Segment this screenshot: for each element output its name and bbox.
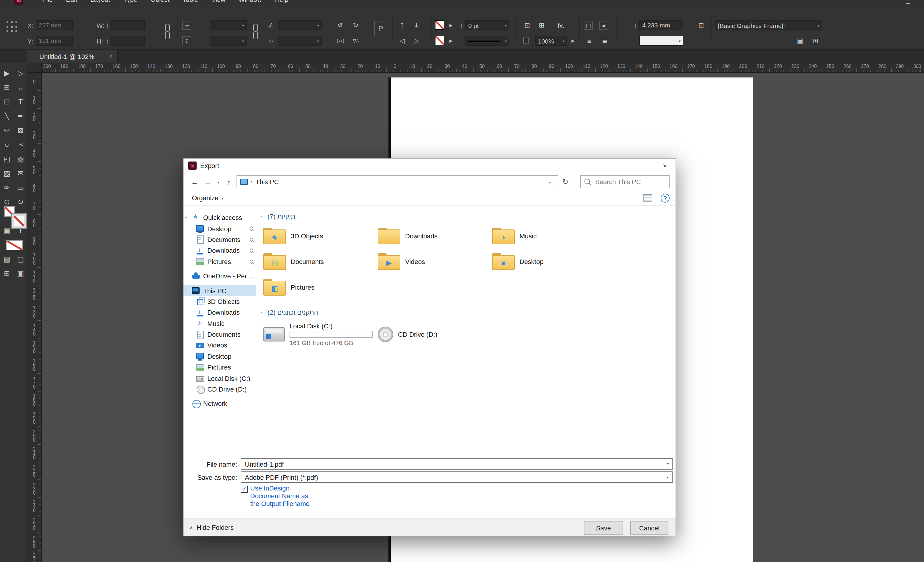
refresh-button[interactable]: ↻ (558, 175, 573, 188)
dialog-title-bar[interactable]: Id Export × (183, 159, 676, 173)
Desktop[interactable]: ▣ Desktop (490, 248, 604, 274)
screen-mode-icon[interactable]: ▣ (15, 267, 27, 279)
folders-group-header[interactable]: › תיקיות (7) (261, 211, 674, 222)
Documents[interactable]: › Documents (183, 234, 256, 245)
flip-vertical-pair-icon[interactable]: ▽△ (350, 36, 361, 46)
note-tool[interactable]: ✉ (15, 167, 27, 179)
Documents[interactable]: ▤ Documents (261, 248, 375, 274)
use-indesign-name-label[interactable]: Use InDesignDocument Name asthe Output F… (250, 484, 309, 508)
3D Objects[interactable]: › 3D Objects (183, 296, 256, 307)
select-next-object-icon[interactable]: ▷ (411, 36, 422, 46)
menu-item[interactable]: Edit (59, 0, 84, 5)
breadcrumb-chevron-icon[interactable]: › (251, 179, 253, 185)
scale-y-field[interactable]: ▾ (210, 36, 247, 46)
save-button[interactable]: Save (584, 521, 623, 535)
pen-tool[interactable]: ✒ (15, 110, 27, 122)
rotation-angle-field[interactable]: ▾ (278, 20, 322, 30)
opacity-dropdown[interactable]: 100%▾ (535, 36, 567, 46)
constrain-dimensions-icon[interactable] (164, 24, 169, 39)
Documents[interactable]: › Documents (183, 329, 256, 340)
menu-item[interactable]: Table (176, 0, 205, 5)
object-style-dropdown[interactable]: [Basic Graphics Frame]+▾ (715, 20, 822, 30)
back-button[interactable]: ← (188, 175, 201, 188)
menu-item[interactable]: Layout (84, 0, 117, 5)
selection-tool[interactable]: ▶ (1, 68, 13, 79)
align-left-icon[interactable]: ≡ (584, 36, 594, 46)
help-icon[interactable]: ? (661, 193, 670, 202)
view-options-icon[interactable]: ▤ (1, 253, 13, 265)
select-previous-object-icon[interactable]: ◁ (397, 36, 408, 46)
eyedropper-tool[interactable]: ✑ (1, 182, 13, 194)
wrap-none-icon[interactable]: ▢ (584, 21, 593, 30)
use-indesign-name-checkbox[interactable]: ✓ (241, 486, 248, 493)
select-container-icon[interactable]: ↥ (397, 20, 408, 30)
y-position-field[interactable]: 191 mm (36, 36, 73, 46)
free-transform-tool[interactable]: ◰ (1, 153, 13, 165)
stroke-weight-dropdown[interactable]: 0 pt▾ (465, 20, 509, 30)
x-position-field[interactable]: 227 mm (36, 20, 73, 30)
menu-item[interactable]: File (36, 0, 59, 5)
organize-button[interactable]: Organize ▾ (183, 194, 223, 201)
This PC[interactable]: › This PC (183, 285, 256, 296)
Desktop[interactable]: › Desktop (183, 223, 256, 234)
horizontal-ruler[interactable]: 2001901801701601501401301201101009080706… (42, 63, 924, 73)
Music[interactable]: ♪ Music (490, 223, 604, 248)
menu-item[interactable]: View (205, 0, 232, 5)
hide-folders-button[interactable]: ∧ Hide Folders (189, 524, 234, 531)
type-tool[interactable]: T (15, 96, 27, 108)
width-field[interactable] (111, 20, 145, 30)
up-button[interactable]: ↑ (222, 175, 236, 188)
stroke-color-swatch[interactable] (435, 20, 444, 30)
group-collapse-icon[interactable]: › (259, 215, 265, 217)
stroke-weight-stepper[interactable]: ▴▾ (459, 20, 464, 30)
expander-icon[interactable]: › (183, 216, 189, 218)
flip-vertical-icon[interactable]: ↧ (182, 36, 191, 45)
preview-mode-icon[interactable]: ▢ (15, 253, 27, 265)
Quick access[interactable]: › Quick access (183, 212, 256, 223)
opacity-panel-icon[interactable]: ▸ (568, 36, 579, 46)
wrap-around-icon[interactable]: ▣ (599, 21, 608, 30)
Pictures[interactable]: › Pictures (183, 362, 256, 373)
Downloads[interactable]: ↓ Downloads (375, 223, 490, 248)
Local Disk (C:)[interactable]: › Local Disk (C:) (183, 373, 256, 384)
Downloads[interactable]: › Downloads (183, 245, 256, 256)
select-content-icon[interactable]: ↧ (411, 20, 422, 30)
fit-frame-icon[interactable]: ⊞ (536, 20, 547, 30)
w-stepper[interactable]: ▴▾ (105, 20, 110, 30)
scale-x-field[interactable]: ▾ (210, 20, 247, 30)
line-tool[interactable]: ╲ (1, 110, 13, 122)
devices-group-header[interactable]: › התקנים וכוננים (2) (261, 307, 674, 318)
menu-item[interactable]: Type (117, 0, 144, 5)
3D Objects[interactable]: ◈ 3D Objects (261, 223, 375, 248)
measure-tool[interactable]: ▭ (15, 182, 27, 194)
gradient-feather-tool[interactable]: ▨ (1, 167, 13, 179)
ellipse-frame-tool[interactable]: ○ (1, 139, 13, 151)
tab-close-icon[interactable]: × (109, 53, 112, 60)
workspace-menu-icon[interactable]: ≣ (906, 0, 911, 5)
expander-icon[interactable]: › (183, 289, 189, 291)
file-name-dropdown-icon[interactable]: ▾ (663, 458, 673, 470)
group-collapse-icon[interactable]: › (259, 311, 265, 313)
forward-button[interactable]: → (201, 175, 214, 188)
file-name-input[interactable] (241, 458, 673, 470)
overprint-preview-icon[interactable]: ⊞ (810, 36, 821, 46)
OneDrive - Personal[interactable]: › OneDrive - Personal (183, 270, 256, 282)
gradient-swatch-tool[interactable]: ▧ (15, 153, 27, 165)
effects-button[interactable]: fx. (558, 22, 564, 29)
Pictures[interactable]: › Pictures (183, 256, 256, 267)
h-stepper[interactable]: ▴▾ (105, 36, 110, 46)
change-view-icon[interactable] (644, 194, 652, 202)
height-field[interactable] (111, 36, 145, 46)
corner-radius-field[interactable]: 4.233 mm (639, 20, 683, 30)
auto-fit-checkbox[interactable] (523, 38, 529, 44)
dialog-close-button[interactable]: × (654, 159, 676, 173)
Pictures[interactable]: ◧ Pictures (261, 274, 375, 300)
document-tab[interactable]: Untitled-1 @ 102% × (27, 50, 118, 63)
Network[interactable]: › Network (183, 398, 256, 409)
menu-item[interactable]: Help (268, 0, 295, 5)
breadcrumb[interactable]: This PC (256, 178, 279, 185)
ruler-origin-box[interactable] (27, 63, 42, 73)
menu-item[interactable]: Window (232, 0, 268, 5)
swatch-dropdown[interactable]: ▾ (639, 36, 683, 46)
rectangle-frame-tool[interactable]: ⊠ (15, 125, 27, 137)
